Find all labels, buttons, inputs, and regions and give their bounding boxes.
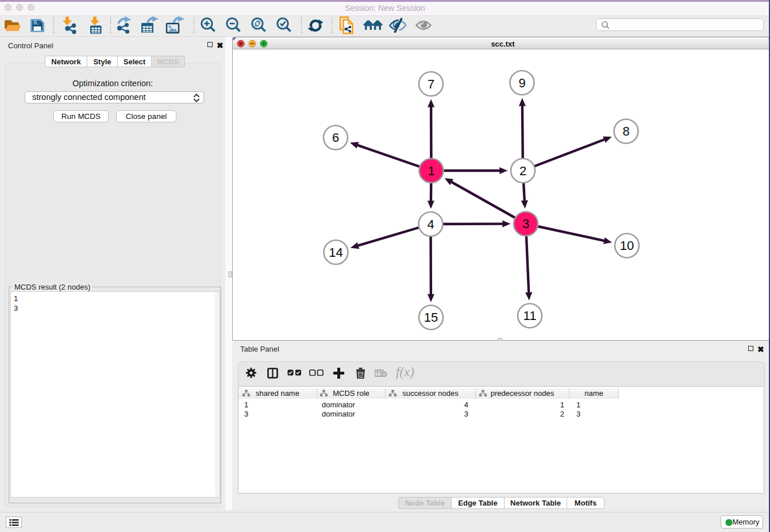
svg-text:9: 9 bbox=[518, 76, 525, 90]
svg-text:11: 11 bbox=[523, 309, 537, 323]
svg-text:1: 1 bbox=[428, 164, 434, 178]
svg-text:7: 7 bbox=[428, 77, 434, 91]
svg-text:4: 4 bbox=[427, 217, 434, 232]
svg-text:15: 15 bbox=[424, 310, 438, 325]
svg-text:10: 10 bbox=[620, 238, 634, 253]
svg-text:6: 6 bbox=[332, 130, 339, 145]
svg-text:8: 8 bbox=[622, 124, 629, 138]
svg-text:3: 3 bbox=[522, 217, 529, 231]
svg-text:2: 2 bbox=[519, 164, 526, 178]
svg-text:14: 14 bbox=[329, 245, 342, 260]
